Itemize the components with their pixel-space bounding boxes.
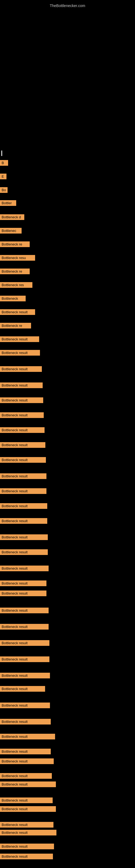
bottleneck-result-item[interactable]: Bottleneck resu: [0, 255, 35, 261]
bottleneck-result-item[interactable]: Bottleneck result: [0, 673, 50, 678]
bottleneck-result-item[interactable]: B: [0, 160, 8, 166]
bottleneck-result-item[interactable]: Bottleneck result: [0, 397, 43, 403]
bottleneck-result-item[interactable]: Bottleneck result: [0, 624, 49, 629]
site-title: TheBottlenecker.com: [0, 1, 135, 10]
bottleneck-result-item[interactable]: Bottleneck result: [0, 366, 42, 372]
bottleneck-result-item[interactable]: Bottleneck result: [0, 565, 49, 571]
bottleneck-result-item[interactable]: Bottler: [0, 200, 16, 206]
bottleneck-result-item[interactable]: Bottlenec: [0, 228, 21, 234]
bottleneck-result-item[interactable]: Bottleneck re: [0, 269, 30, 274]
bottleneck-result-item[interactable]: Bottleneck result: [0, 442, 45, 448]
bottleneck-result-item[interactable]: Bottleneck result: [0, 656, 49, 662]
bottleneck-result-item[interactable]: Bottleneck result: [0, 518, 47, 524]
bottleneck-result-item[interactable]: Bottleneck result: [0, 734, 55, 739]
bottleneck-result-item[interactable]: Bottleneck result: [0, 549, 48, 555]
bottleneck-result-item[interactable]: Bottleneck re: [0, 323, 31, 329]
cursor-line: [1, 151, 2, 156]
bottleneck-result-item[interactable]: Bottleneck result: [0, 758, 54, 764]
bottleneck-result-item[interactable]: Bottleneck result: [0, 309, 35, 315]
bottleneck-result-item[interactable]: Bottleneck result: [0, 781, 56, 787]
bottleneck-result-item[interactable]: Bottleneck result: [0, 534, 48, 540]
bottleneck-result-item[interactable]: Bottleneck result: [0, 719, 51, 724]
bottleneck-result-item[interactable]: E: [0, 174, 6, 179]
bottleneck-result-item[interactable]: Bottleneck result: [0, 581, 46, 586]
bottleneck-result-item[interactable]: Bottleneck result: [0, 822, 53, 828]
bottleneck-result-item[interactable]: Bottleneck res: [0, 282, 32, 288]
bottleneck-result-item[interactable]: Bottleneck d: [0, 214, 24, 220]
bottleneck-result-item[interactable]: Bottleneck result: [0, 749, 51, 754]
bottleneck-result-item[interactable]: Bottleneck result: [0, 336, 39, 342]
bottleneck-result-item[interactable]: Bottleneck result: [0, 427, 45, 433]
bottleneck-result-item[interactable]: Bottleneck result: [0, 457, 46, 463]
bottleneck-result-item[interactable]: Bottleneck result: [0, 412, 44, 418]
bottleneck-result-item[interactable]: Bottleneck result: [0, 798, 53, 803]
bottleneck-result-item[interactable]: Bottleneck re: [0, 241, 30, 247]
bottleneck-result-item[interactable]: Bottleneck result: [0, 350, 40, 355]
bottleneck-result-item[interactable]: Bottleneck result: [0, 590, 46, 596]
bottleneck-result-item[interactable]: Bottleneck result: [0, 703, 50, 708]
bottleneck-result-item[interactable]: Bottleneck result: [0, 382, 43, 388]
bottleneck-result-item[interactable]: Bottleneck: [0, 296, 26, 301]
bottleneck-result-item[interactable]: Bottleneck result: [0, 503, 47, 509]
bottleneck-result-item[interactable]: Bottleneck result: [0, 854, 53, 859]
bottleneck-result-item[interactable]: Bottleneck result: [0, 473, 46, 479]
bottleneck-result-item[interactable]: Bottleneck result: [0, 488, 46, 494]
bottleneck-result-item[interactable]: Bottleneck result: [0, 686, 45, 692]
bottleneck-result-item[interactable]: Bottleneck result: [0, 640, 49, 646]
bottleneck-result-item[interactable]: Bottleneck result: [0, 773, 52, 779]
bottleneck-result-item[interactable]: Bottleneck result: [0, 844, 54, 849]
bottleneck-result-item[interactable]: Bo: [0, 187, 8, 193]
bottleneck-result-item[interactable]: Bottleneck result: [0, 830, 56, 835]
bottleneck-result-item[interactable]: Bottleneck result: [0, 806, 56, 812]
bottleneck-result-item[interactable]: Bottleneck result: [0, 608, 49, 613]
